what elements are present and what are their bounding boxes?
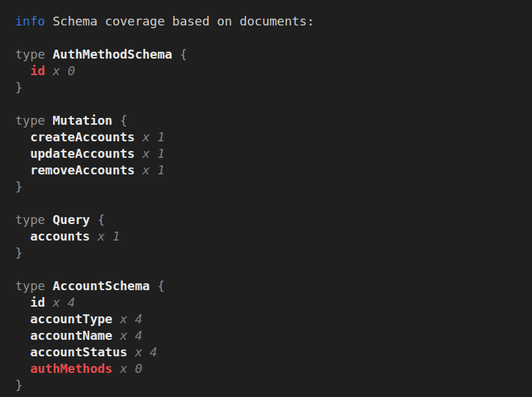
blank-line	[15, 96, 525, 112]
type-keyword: type	[15, 278, 45, 293]
field-line: accountName x 4	[15, 327, 525, 344]
close-brace: }	[15, 179, 23, 194]
field-line: removeAccounts x 1	[15, 162, 525, 179]
type-open-line: type Mutation {	[15, 112, 525, 129]
type-name: AccountSchema	[52, 278, 150, 293]
field-usage-count: x 4	[120, 312, 143, 326]
info-tag: info	[15, 14, 45, 28]
field-usage-count: x 1	[142, 163, 165, 177]
close-brace: }	[15, 378, 23, 392]
field-usage-count: x 0	[52, 63, 75, 78]
type-close-line: }	[15, 179, 525, 195]
field-line: accountType x 4	[15, 311, 525, 327]
field-usage-count: x 1	[142, 146, 165, 161]
field-name: accountType	[30, 312, 112, 326]
field-name: accountName	[30, 328, 112, 343]
field-line: accounts x 1	[15, 228, 525, 245]
type-open-line: type AuthMethodSchema {	[15, 46, 525, 63]
field-line: id x 4	[15, 294, 525, 311]
open-brace: {	[97, 212, 105, 227]
field-usage-count: x 1	[97, 229, 120, 243]
field-usage-count: x 4	[120, 328, 143, 343]
type-close-line: }	[15, 245, 525, 261]
field-line: updateAccounts x 1	[15, 145, 525, 162]
blank-line	[15, 195, 525, 212]
field-name: id	[30, 63, 46, 78]
field-usage-count: x 4	[135, 345, 157, 359]
field-usage-count: x 4	[52, 295, 75, 309]
type-close-line: }	[15, 79, 525, 96]
field-line: createAccounts x 1	[15, 129, 525, 145]
info-message: Schema coverage based on documents:	[52, 14, 314, 28]
blank-line	[15, 30, 525, 46]
blank-line	[15, 261, 525, 278]
field-line: authMethods x 0	[15, 360, 525, 377]
type-keyword: type	[15, 113, 45, 128]
type-name: AuthMethodSchema	[52, 47, 172, 61]
field-name: id	[30, 295, 46, 309]
field-name: updateAccounts	[30, 146, 135, 161]
type-name: Mutation	[52, 113, 112, 128]
type-keyword: type	[15, 212, 45, 227]
info-line: info Schema coverage based on documents:	[15, 13, 525, 30]
field-line: accountStatus x 4	[15, 344, 525, 360]
type-keyword: type	[15, 47, 45, 61]
field-usage-count: x 1	[142, 130, 165, 144]
open-brace: {	[120, 113, 128, 128]
field-name: accounts	[30, 229, 90, 243]
field-name: authMethods	[30, 361, 112, 376]
terminal-output: info Schema coverage based on documents:…	[0, 0, 532, 394]
type-open-line: type AccountSchema {	[15, 278, 525, 294]
field-name: accountStatus	[30, 345, 128, 359]
type-open-line: type Query {	[15, 212, 525, 228]
field-name: createAccounts	[30, 130, 135, 144]
field-line: id x 0	[15, 63, 525, 79]
close-brace: }	[15, 245, 23, 260]
field-name: removeAccounts	[30, 163, 135, 177]
close-brace: }	[15, 80, 23, 94]
type-name: Query	[52, 212, 90, 227]
open-brace: {	[179, 47, 187, 61]
field-usage-count: x 0	[120, 361, 143, 376]
type-close-line: }	[15, 377, 525, 394]
open-brace: {	[157, 278, 165, 293]
